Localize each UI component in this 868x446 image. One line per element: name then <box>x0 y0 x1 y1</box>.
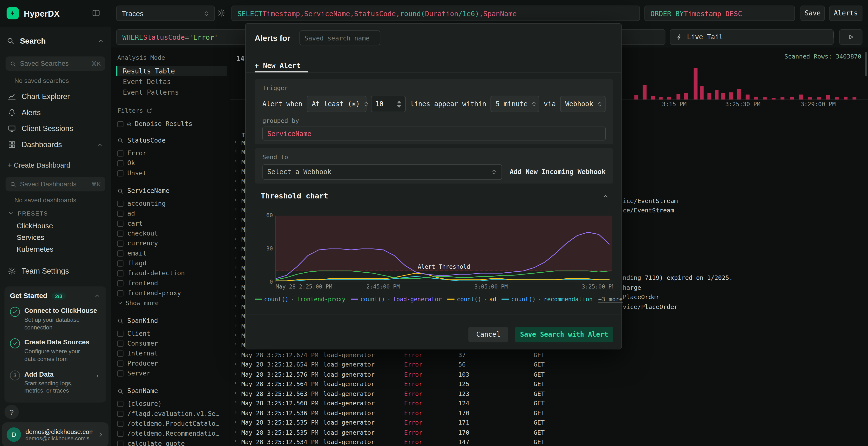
legend-more-button[interactable]: +3 more <box>598 296 623 303</box>
get-started-step[interactable]: Create Data SourcesConfigure where your … <box>10 339 101 363</box>
sidebar-section-search[interactable]: Search <box>7 37 104 45</box>
checkbox[interactable] <box>117 280 123 286</box>
sidebar-item-clickhouse[interactable]: ClickHouse <box>0 220 111 232</box>
checkbox[interactable] <box>117 370 123 376</box>
select-clause-input[interactable]: SELECT Timestamp,ServiceName,StatusCode,… <box>231 5 640 21</box>
row-expand-chevron-icon[interactable]: › <box>234 302 237 309</box>
facet-value[interactable]: /oteldemo.Recommendatio… <box>116 428 227 438</box>
presets-header[interactable]: PRESETS <box>8 210 48 217</box>
chevron-up-icon[interactable] <box>94 293 101 299</box>
checkbox[interactable] <box>117 290 123 296</box>
source-select[interactable]: Traces <box>116 5 215 21</box>
create-dashboard-button[interactable]: + Create Dashboard <box>8 161 70 169</box>
analysis-mode-results-table[interactable]: Results Table <box>116 66 227 76</box>
facet-value[interactable]: frontend <box>116 278 227 288</box>
row-expand-chevron-icon[interactable]: › <box>234 254 237 261</box>
row-expand-chevron-icon[interactable]: › <box>234 350 237 357</box>
get-started-header[interactable]: Get Started 2/3 <box>10 292 101 300</box>
grouped-by-input[interactable]: ServiceName <box>262 127 606 140</box>
facet-value[interactable]: Unset <box>116 168 227 178</box>
row-expand-chevron-icon[interactable]: › <box>234 196 237 203</box>
facet-value[interactable]: currency <box>116 238 227 248</box>
facet-value[interactable]: email <box>116 248 227 258</box>
row-expand-chevron-icon[interactable]: › <box>234 321 237 329</box>
condition-select[interactable]: At least (≥) <box>307 96 367 112</box>
table-row[interactable]: ›May 28 3:25:12.563 PMload-generatorErro… <box>230 388 868 398</box>
row-expand-chevron-icon[interactable]: › <box>234 186 237 194</box>
sidebar-item-kubernetes[interactable]: Kubernetes <box>0 243 111 255</box>
checkbox[interactable] <box>117 160 123 166</box>
facet-value[interactable]: Ok <box>116 158 227 168</box>
live-tail-button[interactable]: Live Tail <box>670 29 834 45</box>
time-window-select[interactable]: 5 minute <box>491 96 539 112</box>
table-row[interactable]: ›May 28 3:25:12.576 PMload-generatorErro… <box>230 369 868 379</box>
row-expand-chevron-icon[interactable]: › <box>234 264 237 271</box>
facet-value[interactable]: Producer <box>116 358 227 368</box>
legend-item[interactable]: count()·ad <box>447 296 496 303</box>
checkbox[interactable] <box>117 430 123 436</box>
table-row[interactable]: ›May 28 3:25:12.535 PMload-generatorErro… <box>230 427 868 437</box>
table-row[interactable]: ›May 28 3:25:12.560 PMload-generatorErro… <box>230 398 868 408</box>
row-expand-chevron-icon[interactable]: › <box>234 215 237 222</box>
row-expand-chevron-icon[interactable]: › <box>234 293 237 300</box>
row-expand-chevron-icon[interactable]: › <box>234 167 237 174</box>
refresh-icon[interactable] <box>146 108 152 114</box>
sidebar-item-dashboards[interactable]: Dashboards <box>0 137 111 153</box>
checkbox[interactable] <box>117 150 123 156</box>
row-expand-chevron-icon[interactable]: › <box>234 341 237 348</box>
legend-item[interactable]: count()·load-generator <box>351 296 442 303</box>
facet-value[interactable]: {closure} <box>116 399 227 408</box>
sidebar-item-services[interactable]: Services <box>0 232 111 243</box>
sidebar-item-team-settings[interactable]: Team Settings <box>0 263 111 279</box>
table-row[interactable]: ›May 28 3:25:12.536 PMload-generatorErro… <box>230 408 868 417</box>
checkbox[interactable] <box>117 340 123 346</box>
sidebar-collapse-icon[interactable] <box>92 9 100 17</box>
facet-value[interactable]: Server <box>116 368 227 378</box>
facet-value[interactable]: cart <box>116 218 227 228</box>
checkbox[interactable] <box>117 331 123 336</box>
save-button[interactable]: Save <box>801 5 825 21</box>
query-settings-gear-icon[interactable] <box>217 9 225 17</box>
chevron-up-icon[interactable] <box>97 38 104 44</box>
saved-searches-input[interactable]: Saved Searches ⌘K <box>5 56 105 71</box>
checkbox[interactable] <box>117 250 123 256</box>
facet-value[interactable]: /oteldemo.ProductCatalo… <box>116 418 227 428</box>
table-row[interactable]: ›May 28 3:25:12.564 PMload-generatorErro… <box>230 379 868 388</box>
checkbox[interactable] <box>117 420 123 426</box>
checkbox[interactable] <box>117 411 123 417</box>
sidebar-item-client-sessions[interactable]: Client Sessions <box>0 121 111 137</box>
checkbox[interactable] <box>117 170 123 176</box>
facet-value[interactable]: Consumer <box>116 338 227 348</box>
row-expand-chevron-icon[interactable]: › <box>234 235 237 242</box>
analysis-mode-event-patterns[interactable]: Event Patterns <box>116 87 227 97</box>
checkbox[interactable] <box>117 220 123 227</box>
row-expand-chevron-icon[interactable]: › <box>234 331 237 338</box>
table-row[interactable]: ›May 28 3:25:12.535 PMload-generatorErro… <box>230 418 868 427</box>
checkbox[interactable] <box>117 441 123 446</box>
add-webhook-button[interactable]: Add New Incoming Webhook <box>510 168 606 176</box>
checkbox[interactable] <box>117 240 123 246</box>
checkbox[interactable] <box>117 230 123 236</box>
saved-dashboards-input[interactable]: Saved Dashboards ⌘K <box>5 177 105 192</box>
facet-value[interactable]: checkout <box>116 228 227 238</box>
facet-value[interactable]: flagd <box>116 258 227 268</box>
row-expand-chevron-icon[interactable]: › <box>234 428 237 435</box>
checkbox[interactable] <box>117 270 123 276</box>
row-expand-chevron-icon[interactable]: › <box>234 312 237 319</box>
table-row[interactable]: ›May 28 3:25:12.674 PMload-generatorErro… <box>230 350 868 359</box>
row-expand-chevron-icon[interactable]: › <box>234 273 237 280</box>
show-more-button[interactable]: Show more <box>116 298 227 308</box>
order-by-input[interactable]: ORDER BY Timestamp DESC <box>644 5 795 21</box>
facet-value[interactable]: /flagd.evaluation.v1.Se… <box>116 409 227 418</box>
webhook-select[interactable]: Select a Webhook <box>262 164 502 180</box>
channel-select[interactable]: Webhook <box>560 96 606 112</box>
facet-value[interactable]: Client <box>116 329 227 338</box>
denoise-results-checkbox[interactable]: ◎ Denoise Results <box>117 120 227 128</box>
row-expand-chevron-icon[interactable]: › <box>234 360 237 367</box>
checkbox[interactable] <box>117 350 123 356</box>
row-expand-chevron-icon[interactable]: › <box>234 138 237 145</box>
facet-value[interactable]: Error <box>116 148 227 158</box>
saved-search-name-input[interactable]: Saved search name <box>300 30 380 45</box>
sidebar-item-alerts[interactable]: Alerts <box>0 105 111 121</box>
checkbox[interactable] <box>117 260 123 266</box>
